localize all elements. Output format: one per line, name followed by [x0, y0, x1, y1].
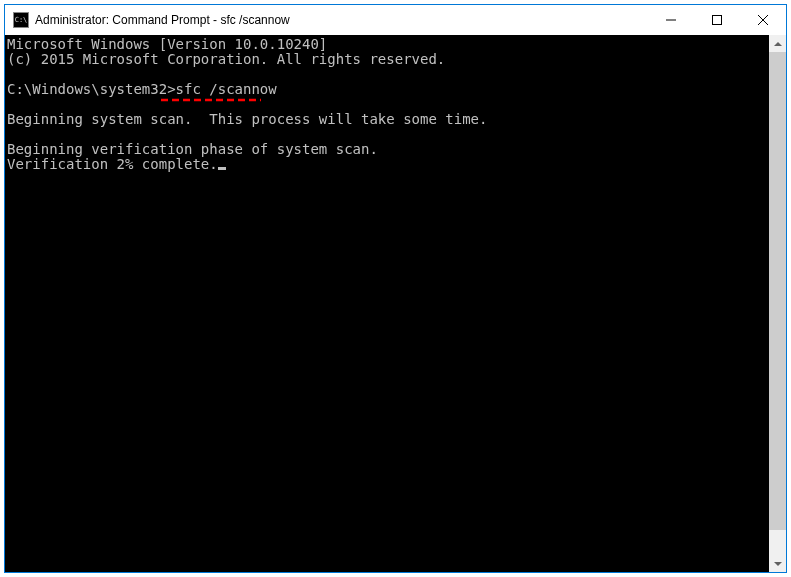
text-cursor: [218, 167, 226, 170]
scroll-thumb[interactable]: [769, 52, 786, 530]
output-line: (c) 2015 Microsoft Corporation. All righ…: [7, 51, 445, 67]
vertical-scrollbar[interactable]: [769, 35, 786, 572]
prompt-text: C:\Windows\system32>: [7, 81, 176, 97]
command-text: sfc /scannow: [176, 81, 277, 97]
scroll-up-arrow-icon[interactable]: [769, 35, 786, 52]
close-button[interactable]: [740, 5, 786, 35]
window-title: Administrator: Command Prompt - sfc /sca…: [35, 13, 648, 27]
output-line: Beginning verification phase of system s…: [7, 141, 378, 157]
svg-marker-6: [774, 562, 782, 566]
titlebar[interactable]: Administrator: Command Prompt - sfc /sca…: [5, 5, 786, 35]
minimize-button[interactable]: [648, 5, 694, 35]
output-line: Verification 2% complete.: [7, 156, 218, 172]
output-line: Beginning system scan. This process will…: [7, 111, 487, 127]
svg-rect-1: [713, 16, 722, 25]
maximize-button[interactable]: [694, 5, 740, 35]
scroll-track[interactable]: [769, 52, 786, 555]
svg-marker-5: [774, 42, 782, 46]
console-output[interactable]: Microsoft Windows [Version 10.0.10240] (…: [5, 35, 769, 572]
scroll-down-arrow-icon[interactable]: [769, 555, 786, 572]
command-prompt-window: Administrator: Command Prompt - sfc /sca…: [4, 4, 787, 573]
window-controls: [648, 5, 786, 35]
cmd-icon: [13, 12, 29, 28]
client-area: Microsoft Windows [Version 10.0.10240] (…: [5, 35, 786, 572]
output-line: Microsoft Windows [Version 10.0.10240]: [7, 36, 327, 52]
